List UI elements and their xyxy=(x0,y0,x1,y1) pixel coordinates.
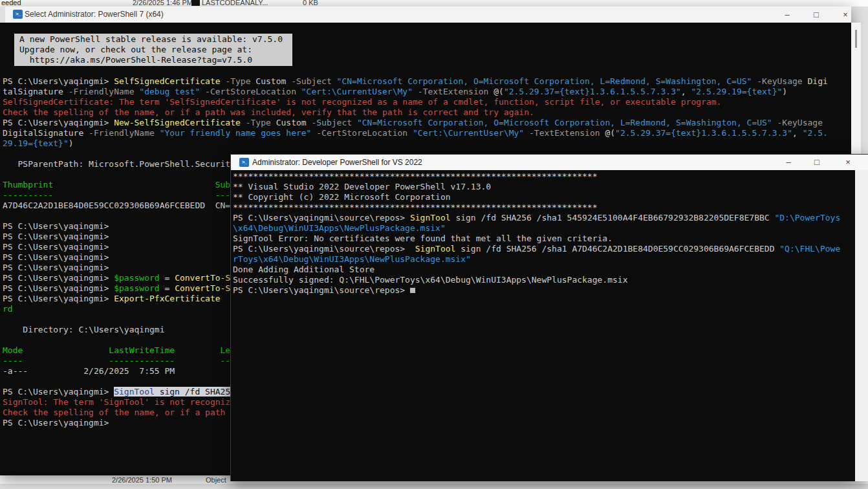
powershell-icon: >_ xyxy=(239,158,249,167)
terminal-line: PS C:\Users\yaqingmi> New-SelfSignedCert… xyxy=(0,118,851,128)
window2-titlebar[interactable]: >_ Administrator: Developer PowerShell f… xyxy=(231,155,868,170)
terminal-line: Done Adding Additional Store xyxy=(231,265,855,275)
terminal-line: PS C:\Users\yaqingmi\source\repos> SignT… xyxy=(231,213,855,223)
maximize-button[interactable]: □ xyxy=(807,155,827,170)
file-row-name: LASTCODEANALY... xyxy=(202,0,268,6)
notice-line: A new PowerShell stable release is avail… xyxy=(14,34,292,45)
scrollbar-thumb[interactable] xyxy=(855,30,857,48)
terminal-line: ****************************************… xyxy=(231,202,855,213)
terminal-line: ** Copyright (c) 2022 Microsoft Corporat… xyxy=(231,192,855,202)
terminal-line: 29.19={text}") xyxy=(0,138,851,149)
terminal-line: PS C:\Users\yaqingmi> SelfSignedCertific… xyxy=(0,76,851,87)
terminal-line: talSignature -FriendlyName "debug test" … xyxy=(0,87,851,97)
window1-title: Select Administrator: PowerShell 7 (x64) xyxy=(25,10,164,19)
terminal-line: PS C:\Users\yaqingmi\source\repos> xyxy=(231,285,855,296)
powershell-update-notice: A new PowerShell stable release is avail… xyxy=(14,34,292,66)
terminal-line: PS C:\Users\yaqingmi\source\repos> SignT… xyxy=(231,244,855,254)
file-row-size: 0 KB xyxy=(303,0,318,6)
terminal-line: ** Visual Studio 2022 Developer PowerShe… xyxy=(231,182,855,192)
background-file-row-top[interactable]: eeded 2/26/2025 1:46 PM LASTCODEANALY...… xyxy=(0,0,868,6)
notice-line: https://aka.ms/PowerShell-Release?tag=v7… xyxy=(14,55,292,65)
terminal-line: ****************************************… xyxy=(231,171,855,182)
window1-titlebar[interactable]: >_ Select Administrator: PowerShell 7 (x… xyxy=(5,6,851,23)
terminal-line: DigitalSignature -FriendlyName "Your fri… xyxy=(0,128,851,138)
window2-title: Administrator: Developer PowerShell for … xyxy=(252,158,422,167)
terminal-line: SignTool Error: No certificates were fou… xyxy=(231,234,855,244)
terminal-line: SelfSignedCertificate: The term 'SelfSig… xyxy=(0,97,851,107)
powershell-icon: >_ xyxy=(13,10,23,19)
terminal-output: ****************************************… xyxy=(231,171,855,296)
terminal-line: Check the spelling of the name, or if a … xyxy=(0,107,851,118)
notice-line: Upgrade now, or check out the release pa… xyxy=(14,45,292,55)
close-button[interactable]: × xyxy=(836,6,855,23)
maximize-button[interactable]: □ xyxy=(807,6,826,23)
terminal-line: \x64\Debug\WinUI3Apps\NewPlusPackage.msi… xyxy=(231,223,855,234)
terminal-line: Successfully signed: Q:\FHL\PowerToys\x6… xyxy=(231,275,855,285)
window2-scrollbar[interactable] xyxy=(855,170,868,481)
file-row-fragment: eeded xyxy=(1,0,21,6)
background-fragment xyxy=(191,0,200,6)
window2-terminal-content[interactable]: ****************************************… xyxy=(231,170,855,481)
terminal-line: rToys\x64\Debug\WinUI3Apps\NewPlusPackag… xyxy=(231,254,855,265)
close-button[interactable]: × xyxy=(838,155,858,170)
file-row-modified: 2/26/2025 1:50 PM xyxy=(112,476,172,484)
file-row-modified: 2/26/2025 1:46 PM xyxy=(133,0,193,6)
window-dev-powershell: >_ Administrator: Developer PowerShell f… xyxy=(230,154,868,481)
minimize-button[interactable]: – xyxy=(777,6,797,23)
file-row-type: Object xyxy=(206,476,226,484)
minimize-button[interactable]: – xyxy=(779,155,798,170)
